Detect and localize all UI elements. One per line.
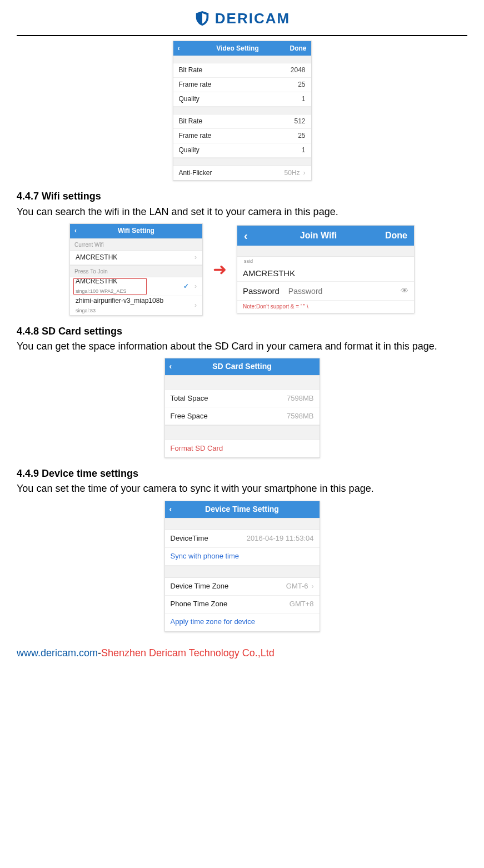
row-total-space: Total Space7598MB bbox=[165, 390, 320, 407]
back-icon[interactable]: ‹ bbox=[74, 226, 82, 236]
figure-video-setting: ‹ Video Setting Done Bit Rate2048 Frame … bbox=[17, 41, 467, 181]
wifi-network-1[interactable]: AMCRESTHK singal:100 WPA2_AES ✓› bbox=[70, 277, 202, 296]
brand-logo: DERICAM bbox=[194, 8, 290, 28]
chevron-right-icon: › bbox=[194, 301, 197, 310]
heading-447: 4.4.7 Wifi settings bbox=[17, 189, 467, 203]
wifi-setting-title: Wifi Setting bbox=[82, 226, 190, 236]
done-button[interactable]: Done bbox=[385, 230, 407, 242]
wifi-network-2[interactable]: zhimi-airpurifier-v3_miap108b singal:83 … bbox=[70, 296, 202, 315]
page-footer: www.dericam.com-Shenzhen Dericam Technol… bbox=[17, 646, 467, 660]
row-frame-rate-1[interactable]: Frame rate25 bbox=[173, 78, 311, 92]
brand-name: DERICAM bbox=[215, 8, 290, 28]
device-time-topbar[interactable]: ‹ Device Time Setting bbox=[165, 501, 320, 518]
sync-phone-button[interactable]: Sync with phone time bbox=[165, 548, 320, 566]
row-frame-rate-2[interactable]: Frame rate25 bbox=[173, 129, 311, 143]
chevron-right-icon: › bbox=[312, 582, 314, 590]
back-icon[interactable]: ‹ bbox=[169, 504, 177, 515]
join-wifi-topbar[interactable]: ‹ Join Wifi Done bbox=[237, 226, 414, 246]
shield-icon bbox=[194, 10, 211, 27]
row-phone-zone: Phone Time ZoneGMT+8 bbox=[165, 596, 320, 613]
row-device-time: DeviceTime2016-04-19 11:53:04 bbox=[165, 530, 320, 548]
format-sd-button[interactable]: Format SD Card bbox=[165, 440, 320, 457]
join-wifi-title: Join Wifi bbox=[252, 230, 385, 242]
ssid-label: ssid bbox=[244, 258, 407, 265]
sd-card-title: SD Card Setting bbox=[177, 361, 307, 372]
row-bit-rate-2[interactable]: Bit Rate512 bbox=[173, 114, 311, 129]
desc-447: You can search the wifi in the LAN and s… bbox=[17, 205, 467, 219]
row-quality-2[interactable]: Quality1 bbox=[173, 143, 311, 158]
eye-icon[interactable]: 👁 bbox=[401, 286, 408, 297]
back-icon[interactable]: ‹ bbox=[244, 228, 252, 243]
password-note: Note:Don't support & = ' " \ bbox=[237, 301, 414, 313]
video-setting-title: Video Setting bbox=[186, 44, 290, 53]
row-password[interactable]: Password 👁 bbox=[237, 282, 414, 301]
done-button[interactable]: Done bbox=[290, 44, 307, 53]
press-to-join-label: Press To Join bbox=[70, 265, 202, 277]
password-input[interactable] bbox=[288, 287, 401, 296]
current-wifi-label: Current Wifi bbox=[70, 238, 202, 251]
footer-url: www.dericam.com bbox=[17, 647, 98, 659]
wifi-setting-topbar[interactable]: ‹ Wifi Setting bbox=[70, 224, 202, 238]
device-time-title: Device Time Setting bbox=[177, 504, 307, 515]
row-anti-flicker[interactable]: Anti-Flicker50Hz› bbox=[173, 166, 311, 180]
chevron-right-icon: › bbox=[194, 282, 197, 290]
page-header: DERICAM bbox=[17, 6, 467, 36]
row-current-wifi[interactable]: AMCRESTHK › bbox=[70, 251, 202, 265]
arrow-right-icon: ➜ bbox=[213, 258, 227, 281]
check-icon: ✓ bbox=[183, 282, 189, 290]
figure-wifi: ‹ Wifi Setting Current Wifi AMCRESTHK › … bbox=[17, 223, 467, 316]
apply-zone-button[interactable]: Apply time zone for device bbox=[165, 613, 320, 631]
video-setting-topbar[interactable]: ‹ Video Setting Done bbox=[173, 41, 311, 56]
row-quality-1[interactable]: Quality1 bbox=[173, 92, 311, 107]
heading-448: 4.4.8 SD Card settings bbox=[17, 325, 467, 338]
sd-card-topbar[interactable]: ‹ SD Card Setting bbox=[165, 358, 320, 375]
chevron-right-icon: › bbox=[303, 169, 306, 177]
figure-device-time: ‹ Device Time Setting DeviceTime2016-04-… bbox=[17, 501, 467, 632]
figure-sd-card: ‹ SD Card Setting Total Space7598MB Free… bbox=[17, 358, 467, 458]
chevron-right-icon: › bbox=[194, 253, 197, 262]
footer-company: Shenzhen Dericam Technology Co.,Ltd bbox=[101, 647, 275, 659]
row-device-zone[interactable]: Device Time ZoneGMT-6› bbox=[165, 578, 320, 596]
desc-448: You can get the space information about … bbox=[17, 340, 467, 353]
row-bit-rate-1[interactable]: Bit Rate2048 bbox=[173, 63, 311, 78]
heading-449: 4.4.9 Device time settings bbox=[17, 467, 467, 481]
desc-449: You can set the time of your camera to s… bbox=[17, 482, 467, 496]
row-free-space: Free Space7598MB bbox=[165, 407, 320, 425]
back-icon[interactable]: ‹ bbox=[178, 44, 186, 53]
row-ssid: AMCRESTHK bbox=[237, 265, 414, 282]
back-icon[interactable]: ‹ bbox=[169, 361, 177, 372]
